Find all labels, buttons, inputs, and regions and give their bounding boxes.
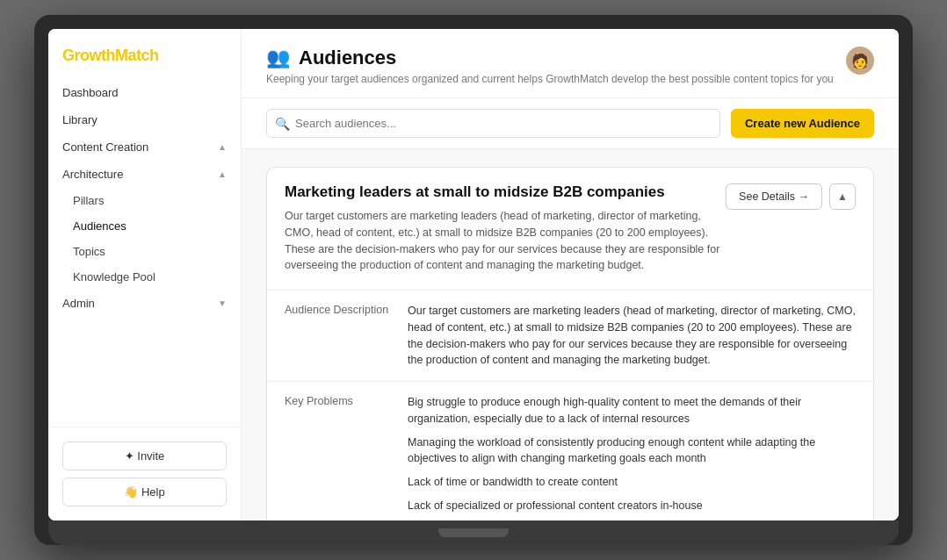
user-avatar[interactable]: 🧑 — [846, 47, 874, 75]
detail-row-key-problems: Key Problems Big struggle to produce eno… — [267, 382, 873, 521]
key-problem-4: Lack of specialized or professional cont… — [408, 498, 856, 514]
laptop-notch — [438, 528, 509, 537]
audience-card-desc: Our target customers are marketing leade… — [285, 208, 726, 274]
card-actions: See Details → ▲ — [726, 183, 856, 210]
main-header: 👥 Audiences Keeping your target audience… — [242, 29, 899, 98]
audience-details: Audience Description Our target customer… — [267, 290, 873, 521]
sidebar-item-topics[interactable]: Topics — [48, 239, 241, 264]
audience-description-label: Audience Description — [285, 303, 408, 369]
sidebar-nav: Dashboard Library Content Creation ▲ Arc… — [48, 79, 241, 427]
header-title-row: 👥 Audiences — [266, 47, 834, 69]
key-problem-1: Big struggle to produce enough high-qual… — [408, 394, 856, 427]
audience-card-header: Marketing leaders at small to midsize B2… — [267, 168, 873, 290]
sidebar-item-library[interactable]: Library — [48, 106, 241, 133]
sidebar-footer: ✦ Invite 👋 Help — [48, 427, 241, 521]
toolbar: 🔍 Create new Audience — [242, 98, 899, 149]
sidebar-item-knowledge-pool[interactable]: Knowledge Pool — [48, 264, 241, 290]
key-problem-2: Managing the workload of consistently pr… — [408, 434, 856, 468]
search-wrap: 🔍 — [266, 109, 720, 138]
key-problems-value: Big struggle to produce enough high-qual… — [408, 394, 856, 521]
audience-description-value: Our target customers are marketing leade… — [408, 303, 856, 369]
help-button[interactable]: 👋 Help — [62, 477, 227, 506]
invite-button[interactable]: ✦ Invite — [62, 442, 227, 470]
laptop-base — [48, 521, 899, 545]
search-icon: 🔍 — [275, 117, 290, 131]
sidebar-logo: GrowthMatch — [48, 29, 241, 79]
sidebar-item-admin[interactable]: Admin ▼ — [48, 290, 241, 317]
logo-text-accent: Match — [115, 47, 159, 64]
detail-row-description: Audience Description Our target customer… — [267, 291, 873, 382]
sidebar-item-audiences[interactable]: Audiences — [48, 213, 241, 239]
audience-card: Marketing leaders at small to midsize B2… — [266, 167, 874, 521]
key-problem-3: Lack of time or bandwidth to create cont… — [408, 474, 856, 491]
key-problems-label: Key Problems — [285, 394, 408, 521]
laptop-outer: GrowthMatch Dashboard Library Content Cr… — [34, 15, 913, 545]
sidebar-item-content-creation[interactable]: Content Creation ▲ — [48, 133, 241, 161]
chevron-up-icon: ▲ — [218, 169, 227, 179]
sidebar-item-architecture[interactable]: Architecture ▲ — [48, 161, 241, 188]
laptop-screen: GrowthMatch Dashboard Library Content Cr… — [48, 29, 899, 521]
page-title: Audiences — [299, 47, 396, 69]
audiences-icon: 👥 — [266, 47, 290, 69]
sidebar: GrowthMatch Dashboard Library Content Cr… — [48, 29, 242, 521]
create-audience-button[interactable]: Create new Audience — [731, 109, 874, 138]
chevron-up-icon: ▲ — [837, 190, 848, 203]
sidebar-item-dashboard[interactable]: Dashboard — [48, 79, 241, 106]
chevron-down-icon: ▼ — [218, 298, 227, 308]
logo-text-black: Growth — [62, 47, 115, 64]
collapse-button[interactable]: ▲ — [829, 183, 856, 210]
page-subtitle: Keeping your target audiences organized … — [266, 73, 834, 85]
content-area: Marketing leaders at small to midsize B2… — [242, 149, 899, 521]
header-info: 👥 Audiences Keeping your target audience… — [266, 47, 834, 85]
search-input[interactable] — [266, 109, 720, 138]
main-content: 👥 Audiences Keeping your target audience… — [242, 29, 899, 521]
sidebar-item-pillars[interactable]: Pillars — [48, 188, 241, 213]
chevron-up-icon: ▲ — [218, 142, 227, 152]
audience-card-info: Marketing leaders at small to midsize B2… — [285, 183, 726, 274]
audience-card-title: Marketing leaders at small to midsize B2… — [285, 183, 726, 201]
see-details-button[interactable]: See Details → — [726, 183, 822, 210]
